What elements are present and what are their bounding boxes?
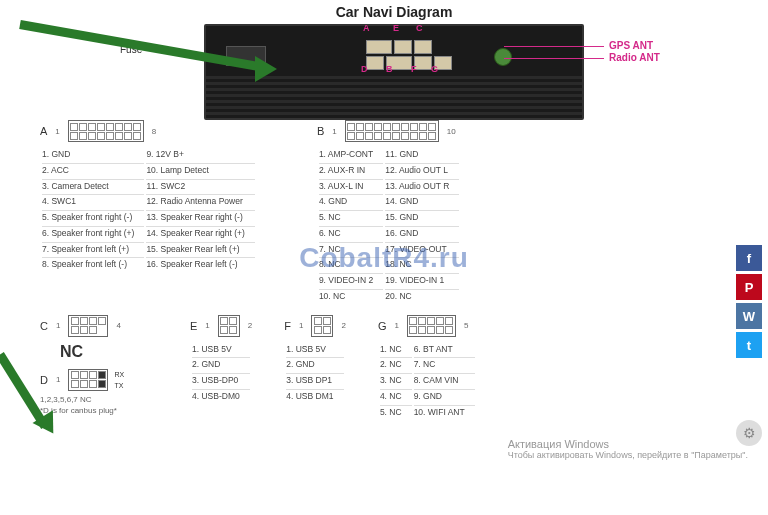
connector-c-diagram — [68, 315, 108, 337]
connector-d-diagram — [68, 369, 108, 391]
connector-d-note2: *D is for canbus plug* — [40, 406, 160, 415]
connector-c-nc: NC — [60, 343, 160, 361]
label-e: E — [393, 23, 399, 33]
gps-ant-label: GPS ANT — [609, 40, 653, 51]
connector-a-letter: A — [40, 125, 47, 137]
connector-a-diagram — [68, 120, 144, 142]
connector-e-section: E 1 2 1. USB 5V2. GND3. USB-DP04. USB-DM… — [190, 315, 254, 421]
facebook-share-button[interactable]: f — [736, 245, 762, 271]
connector-f-section: F 1 2 1. USB 5V2. GND3. USB DP14. USB DM… — [284, 315, 348, 421]
connector-d-physical — [366, 56, 384, 70]
social-share-bar: f P W t — [736, 245, 762, 358]
label-c: C — [416, 23, 423, 33]
radio-ant-label: Radio ANT — [609, 52, 660, 63]
gps-leader-line — [504, 46, 604, 47]
antenna-port — [494, 48, 512, 66]
connector-a-physical — [366, 40, 392, 54]
connector-b-section: B 1 10 1. AMP-CONT11. GND2. AUX-R IN12. … — [317, 120, 461, 305]
radio-leader-line — [504, 58, 604, 59]
label-g: G — [431, 64, 438, 74]
pinterest-share-button[interactable]: P — [736, 274, 762, 300]
label-f: F — [411, 64, 417, 74]
diagram-title: Car Navi Diagram — [40, 4, 748, 20]
label-d: D — [361, 64, 368, 74]
vk-share-button[interactable]: W — [736, 303, 762, 329]
label-a: A — [363, 23, 370, 33]
windows-activation-notice: Активация Windows Чтобы активировать Win… — [508, 438, 748, 460]
connector-cd-section: C 1 4 NC D 1 RX TX — [40, 315, 160, 421]
connector-b-letter: B — [317, 125, 324, 137]
connector-e-physical — [394, 40, 412, 54]
connector-g-section: G 1 5 1. NC6. BT ANT2. NC7. NC3. NC8. CA… — [378, 315, 477, 421]
connector-b-pins: 1. AMP-CONT11. GND2. AUX-R IN12. Audio O… — [317, 146, 461, 305]
connector-a-section: A 1 8 1. GND9. 12V B+2. ACC10. Lamp Dete… — [40, 120, 257, 305]
connector-b-diagram — [345, 120, 439, 142]
connector-a-pins: 1. GND9. 12V B+2. ACC10. Lamp Detect3. C… — [40, 146, 257, 273]
label-b: B — [386, 64, 393, 74]
heatsink — [206, 76, 582, 118]
twitter-share-button[interactable]: t — [736, 332, 762, 358]
connector-c-physical — [414, 40, 432, 54]
connector-d-note1: 1,2,3,5,6,7 NC — [40, 395, 160, 404]
